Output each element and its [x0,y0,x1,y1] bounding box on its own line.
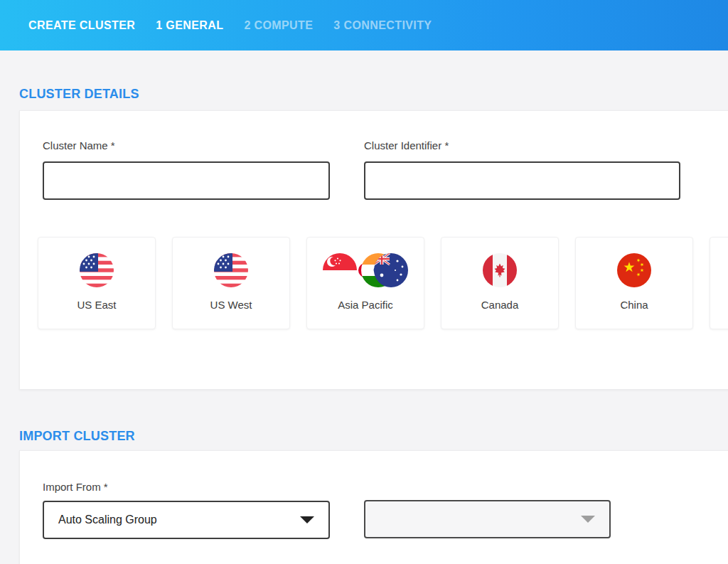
cluster-details-heading: CLUSTER DETAILS [19,87,139,102]
region-label: Canada [481,299,519,311]
import-from-label: Import From * [43,481,108,493]
import-from-selected-value: Auto Scaling Group [58,514,157,526]
us-flag-icon [80,253,114,287]
region-label: US East [77,299,116,311]
tab-connectivity[interactable]: 3 CONNECTIVITY [333,19,432,32]
cluster-name-input[interactable] [43,161,330,200]
tab-general[interactable]: 1 GENERAL [156,19,223,32]
region-card-partial[interactable] [710,237,728,329]
region-label: Asia Pacific [338,299,393,311]
import-from-select[interactable]: Auto Scaling Group [43,501,330,539]
import-cluster-card: Import From * Auto Scaling Group [19,450,728,564]
cluster-name-label: Cluster Name * [43,139,115,151]
asia-pacific-flags-icon [323,253,408,287]
region-card-us-west[interactable]: US West [172,237,290,329]
cluster-details-card: Cluster Name * Cluster Identifier * [19,110,728,390]
us-flag-icon [214,253,248,287]
region-label: China [620,299,648,311]
region-label: US West [210,299,252,311]
page-title: CREATE CLUSTER [28,19,135,32]
header-bar: CREATE CLUSTER 1 GENERAL 2 COMPUTE 3 CON… [0,0,728,50]
australia-flag-icon [374,253,408,287]
chevron-down-icon [581,516,595,523]
create-cluster-page: CREATE CLUSTER 1 GENERAL 2 COMPUTE 3 CON… [0,0,728,564]
tab-compute[interactable]: 2 COMPUTE [244,19,313,32]
import-cluster-heading: IMPORT CLUSTER [19,429,135,444]
chevron-down-icon [300,516,314,523]
import-source-select[interactable] [364,500,611,538]
cluster-identifier-input[interactable] [364,161,680,200]
region-card-canada[interactable]: Canada [441,237,559,329]
canada-flag-icon [483,253,517,287]
region-list: US East [38,237,728,329]
cluster-identifier-label: Cluster Identifier * [364,139,449,151]
china-flag-icon [617,253,651,287]
region-card-asia-pacific[interactable]: Asia Pacific [306,237,424,329]
singapore-flag-icon [323,253,357,287]
region-card-us-east[interactable]: US East [38,237,156,329]
region-card-china[interactable]: China [575,237,693,329]
